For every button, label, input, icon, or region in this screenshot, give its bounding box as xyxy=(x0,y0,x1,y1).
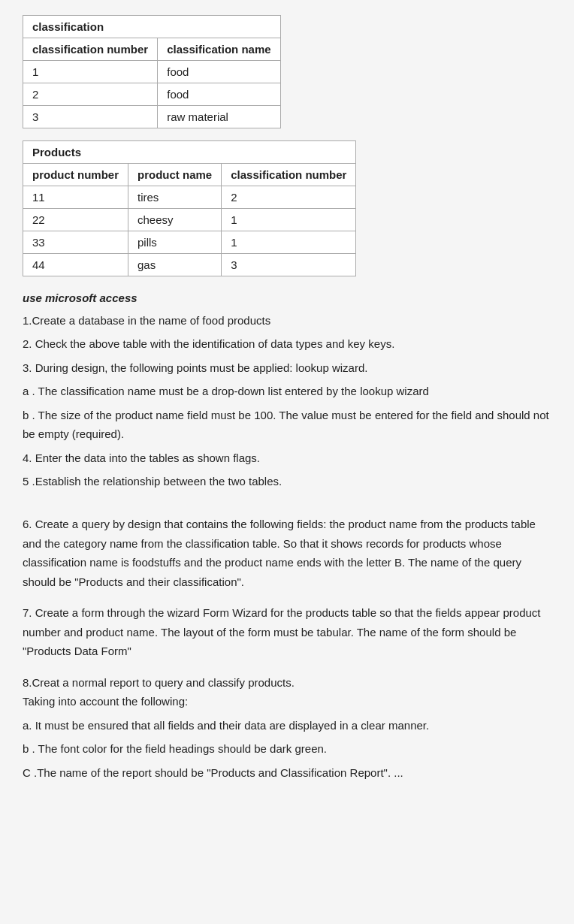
prod-name-4: gas xyxy=(128,254,222,276)
col-classification-number: classification number xyxy=(222,164,356,186)
table-row: 22 cheesy 1 xyxy=(23,209,356,231)
prod-num-1: 11 xyxy=(23,186,128,209)
prod-name-3: pills xyxy=(128,231,222,254)
class-name-2: food xyxy=(158,83,280,106)
table-row: 44 gas 3 xyxy=(23,254,356,276)
classification-column-headers: classification number classification nam… xyxy=(23,38,281,61)
instruction-6: 6. Create a query by design that contain… xyxy=(23,515,551,591)
prod-num-2: 22 xyxy=(23,209,128,231)
prod-class-2: 1 xyxy=(222,209,356,231)
class-name-1: food xyxy=(158,61,280,83)
table-row: 1 food xyxy=(23,61,281,83)
table-row: 33 pills 1 xyxy=(23,231,356,254)
instruction-5: 5 .Establish the relationship between th… xyxy=(23,472,551,491)
col-classification-name: classification name xyxy=(158,38,280,61)
products-column-headers: product number product name classificati… xyxy=(23,164,356,186)
prod-num-4: 44 xyxy=(23,254,128,276)
products-section-title: Products xyxy=(23,141,356,164)
instruction-4: 4. Enter the data into the tables as sho… xyxy=(23,448,551,468)
instruction-8b: b . The font color for the field heading… xyxy=(23,739,551,759)
classification-header-row: classification xyxy=(23,16,281,38)
col-classification-number: classification number xyxy=(23,38,158,61)
products-header-row: Products xyxy=(23,141,356,164)
instructions-heading: use microsoft access xyxy=(23,288,551,308)
instruction-1: 1.Create a database in the name of food … xyxy=(23,311,551,331)
class-num-3: 3 xyxy=(23,106,158,128)
prod-class-3: 1 xyxy=(222,231,356,254)
classification-section-title: classification xyxy=(23,16,281,38)
instruction-8c: C .The name of the report should be "Pro… xyxy=(23,763,551,783)
prod-num-3: 33 xyxy=(23,231,128,254)
instruction-8a: a. It must be ensured that all fields an… xyxy=(23,716,551,735)
products-table: Products product number product name cla… xyxy=(23,140,356,276)
instructions-section: use microsoft access 1.Create a database… xyxy=(23,288,551,782)
products-section: Products product number product name cla… xyxy=(23,140,551,276)
prod-name-2: cheesy xyxy=(128,209,222,231)
instruction-7: 7. Create a form through the wizard Form… xyxy=(23,603,551,661)
classification-section: classification classification number cla… xyxy=(23,15,551,128)
class-num-1: 1 xyxy=(23,61,158,83)
instruction-2: 2. Check the above table with the identi… xyxy=(23,334,551,354)
col-product-number: product number xyxy=(23,164,128,186)
class-num-2: 2 xyxy=(23,83,158,106)
table-row: 2 food xyxy=(23,83,281,106)
prod-class-1: 2 xyxy=(222,186,356,209)
table-row: 3 raw material xyxy=(23,106,281,128)
col-product-name: product name xyxy=(128,164,222,186)
instruction-8: 8.Creat a normal report to query and cla… xyxy=(23,673,551,711)
instruction-3: 3. During design, the following points m… xyxy=(23,358,551,378)
prod-class-4: 3 xyxy=(222,254,356,276)
instruction-3a: a . The classification name must be a dr… xyxy=(23,382,551,401)
class-name-3: raw material xyxy=(158,106,280,128)
classification-table: classification classification number cla… xyxy=(23,15,281,128)
instruction-3b: b . The size of the product name field m… xyxy=(23,406,551,444)
prod-name-1: tires xyxy=(128,186,222,209)
table-row: 11 tires 2 xyxy=(23,186,356,209)
